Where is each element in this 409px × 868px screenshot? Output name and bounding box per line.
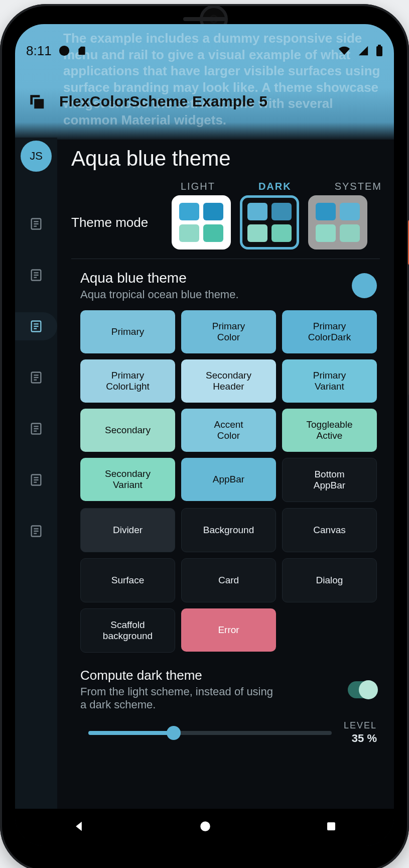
color-tile-0[interactable]: Primary <box>80 310 175 353</box>
nav-recent-icon[interactable] <box>325 820 337 834</box>
compute-subtitle: From the light scheme, instead of using … <box>80 685 281 711</box>
svg-point-32 <box>201 821 211 831</box>
status-bar: 8:11 <box>26 42 383 59</box>
android-nav <box>15 809 394 846</box>
content: JS Aqua blue theme LIGHTDARKSYSTEM Theme… <box>15 138 394 809</box>
color-tile-5[interactable]: PrimaryVariant <box>282 359 377 403</box>
color-tile-14[interactable]: Canvas <box>282 508 377 552</box>
scheme-desc: Aqua tropical ocean blue theme. <box>80 288 239 301</box>
mode-card-dark[interactable] <box>240 195 299 250</box>
color-tile-6[interactable]: Secondary <box>80 409 175 452</box>
phone-frame: The example includes a dummy responsive … <box>0 4 409 868</box>
color-tile-10[interactable]: AppBar <box>181 458 276 501</box>
color-tile-11[interactable]: BottomAppBar <box>282 458 377 502</box>
appbar-title: FlexColorScheme Example 5 <box>59 93 267 110</box>
color-tile-19[interactable]: Error <box>181 608 276 652</box>
color-tile-4[interactable]: SecondaryHeader <box>181 359 276 403</box>
color-tile-3[interactable]: PrimaryColorLight <box>80 359 175 403</box>
scheme-name: Aqua blue theme <box>80 270 239 286</box>
signal-icon <box>358 45 369 56</box>
status-time: 8:11 <box>26 43 52 59</box>
color-tile-17[interactable]: Dialog <box>282 558 377 602</box>
color-tile-2[interactable]: PrimaryColorDark <box>282 310 377 353</box>
color-tile-8[interactable]: ToggleableActive <box>282 409 377 452</box>
mode-labels: LIGHTDARKSYSTEM <box>181 181 380 192</box>
compute-switch[interactable] <box>348 681 377 698</box>
svg-rect-3 <box>378 45 381 47</box>
avatar[interactable]: JS <box>21 141 52 172</box>
color-tile-15[interactable]: Surface <box>80 558 175 602</box>
svg-rect-2 <box>376 46 382 56</box>
page: Aqua blue theme LIGHTDARKSYSTEM Theme mo… <box>57 138 394 809</box>
mode-option-dark: DARK <box>258 181 292 192</box>
rail-item-3[interactable] <box>15 363 57 392</box>
battery-icon <box>376 45 383 57</box>
mode-option-system: SYSTEM <box>335 181 382 192</box>
app-bar: FlexColorScheme Example 5 <box>27 83 382 119</box>
level-row: LEVEL 35 % <box>88 720 377 745</box>
nav-back-icon[interactable] <box>72 819 86 835</box>
nav-home-icon[interactable] <box>199 820 212 835</box>
rail-item-0[interactable] <box>15 210 57 238</box>
color-tile-12[interactable]: Divider <box>80 508 175 552</box>
svg-rect-33 <box>327 822 335 830</box>
color-tile-7[interactable]: AccentColor <box>181 409 276 452</box>
menu-icon[interactable] <box>27 92 46 111</box>
color-tile-1[interactable]: PrimaryColor <box>181 310 276 353</box>
level-value: 35 % <box>344 732 377 745</box>
nav-rail: JS <box>15 138 57 809</box>
mode-card-light[interactable] <box>172 195 231 250</box>
color-tile-9[interactable]: SecondaryVariant <box>80 458 175 501</box>
compute-title: Compute dark theme <box>80 668 281 683</box>
screen: The example includes a dummy responsive … <box>15 24 394 846</box>
mode-option-light: LIGHT <box>181 181 215 192</box>
rail-item-5[interactable] <box>15 466 57 494</box>
page-title: Aqua blue theme <box>71 147 380 171</box>
color-tile-18[interactable]: Scaffoldbackground <box>80 608 175 653</box>
wifi-icon <box>338 45 351 56</box>
color-tile-13[interactable]: Background <box>181 508 276 552</box>
rail-item-4[interactable] <box>15 415 57 443</box>
color-tile-16[interactable]: Card <box>181 558 276 602</box>
status-app-icon <box>59 45 70 56</box>
appbar-area: The example includes a dummy responsive … <box>15 24 394 140</box>
color-grid: PrimaryPrimaryColorPrimaryColorDarkPrima… <box>80 310 377 653</box>
mode-cards <box>172 195 367 250</box>
sd-card-icon <box>77 45 87 56</box>
mode-card-system[interactable] <box>308 195 367 250</box>
level-slider[interactable] <box>88 731 332 735</box>
speaker-grille <box>183 17 226 21</box>
level-caption: LEVEL <box>344 720 377 731</box>
scheme-seed <box>352 273 377 298</box>
rail-item-1[interactable] <box>15 261 57 289</box>
scheme-listtile[interactable]: Aqua blue theme Aqua tropical ocean blue… <box>80 270 377 301</box>
compute-dark-row[interactable]: Compute dark theme From the light scheme… <box>80 668 377 711</box>
mode-label: Theme mode <box>71 215 172 230</box>
rail-item-2[interactable] <box>15 312 57 340</box>
rail-item-6[interactable] <box>15 517 57 545</box>
divider <box>71 259 380 259</box>
